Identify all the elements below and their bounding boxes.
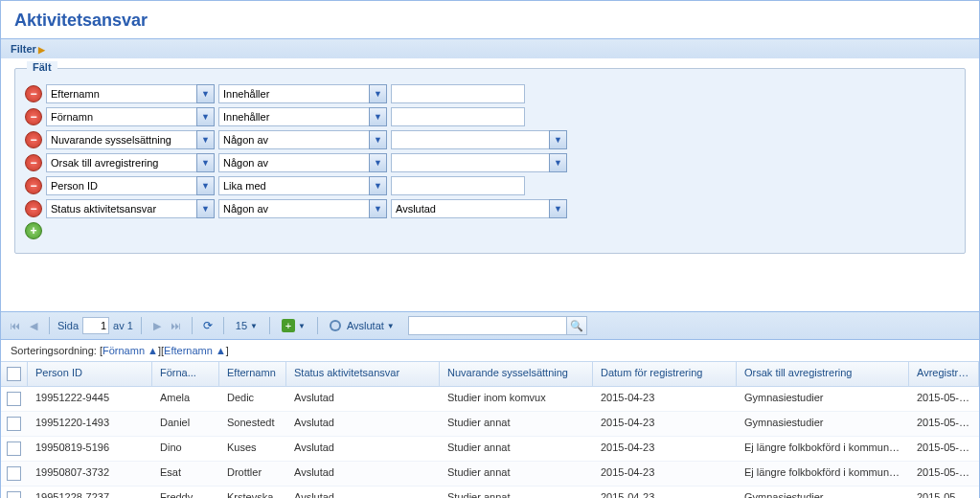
add-filter-button[interactable]: + [25, 222, 42, 239]
col-status[interactable]: Status aktivitetsansvar [286, 362, 440, 386]
dropdown-trigger[interactable]: ▼ [196, 84, 215, 103]
page-number-input[interactable] [82, 317, 109, 334]
dropdown-trigger[interactable]: ▼ [549, 153, 567, 172]
next-page-button[interactable]: ▶ [149, 318, 165, 333]
table-row[interactable]: 19950819-5196DinoKusesAvslutadStudier an… [1, 437, 979, 462]
remove-filter-button[interactable]: − [25, 200, 42, 217]
table-row[interactable]: 19951220-1493DanielSonestedtAvslutadStud… [1, 412, 979, 437]
remove-filter-button[interactable]: − [25, 177, 42, 194]
filter-value-input[interactable] [391, 84, 525, 103]
row-checkbox[interactable] [1, 487, 28, 498]
cell-fornamn: Freddy [152, 487, 219, 498]
per-page-dropdown[interactable]: 15▼ [232, 319, 262, 332]
remove-filter-button[interactable]: − [25, 131, 42, 148]
dropdown-trigger[interactable]: ▼ [196, 107, 215, 126]
cell-datum-reg: 2015-04-23 [593, 437, 737, 461]
grid-top-toolbar: ⏮ ◀ Sida av 1 ▶ ⏭ ⟳ 15▼ +▼ Avslutat ▼ 🔍 [1, 311, 979, 340]
dropdown-trigger[interactable]: ▼ [369, 84, 387, 103]
col-efternamn[interactable]: Efternamn [219, 362, 286, 386]
refresh-button[interactable]: ⟳ [200, 318, 216, 333]
table-row[interactable]: 19951228-7237FreddyKrstevskaAvslutadStud… [1, 487, 979, 498]
filter-operator-select[interactable] [218, 153, 369, 172]
filter-row: −▼▼▼ [25, 199, 955, 218]
dropdown-trigger[interactable]: ▼ [196, 153, 215, 172]
chevron-down-icon: ▼ [250, 322, 258, 330]
col-avreg-datum[interactable]: Avregistrerad datum [909, 362, 979, 386]
dropdown-trigger[interactable]: ▼ [549, 130, 567, 149]
cell-person-id: 19950819-5196 [28, 437, 152, 461]
filter-operator-select[interactable] [218, 176, 369, 195]
cell-efternamn: Kuses [219, 437, 286, 461]
dropdown-trigger[interactable]: ▼ [196, 199, 215, 218]
chevron-down-icon: ▼ [298, 322, 306, 330]
cell-sysselsattning: Studier annat [440, 462, 593, 486]
last-page-button[interactable]: ⏭ [169, 318, 184, 333]
cell-fornamn: Dino [152, 437, 219, 461]
row-checkbox[interactable] [1, 387, 28, 411]
cell-efternamn: Sonestedt [219, 412, 286, 436]
sort-field-1[interactable]: Förnamn ▲ [103, 345, 158, 356]
sort-prefix: Sorteringsordning: [ [11, 345, 103, 356]
dropdown-trigger[interactable]: ▼ [369, 199, 387, 218]
filter-label: Filter [11, 43, 36, 55]
cell-status: Avslutad [286, 462, 440, 486]
cell-sysselsattning: Studier annat [440, 487, 593, 498]
filter-field-select[interactable] [46, 107, 196, 126]
filter-row: −▼▼▼ [25, 130, 955, 149]
dropdown-trigger[interactable]: ▼ [369, 176, 387, 195]
dropdown-trigger[interactable]: ▼ [369, 153, 387, 172]
cell-avreg-datum: 2015-05-05 [909, 462, 979, 486]
row-checkbox[interactable] [1, 437, 28, 461]
filter-value-input[interactable] [391, 176, 525, 195]
filter-operator-select[interactable] [218, 107, 369, 126]
col-fornamn[interactable]: Förna... [152, 362, 219, 386]
cell-orsak: Gymnasiestudier [737, 387, 909, 411]
filter-row: −▼▼ [25, 107, 955, 126]
dropdown-trigger[interactable]: ▼ [196, 176, 215, 195]
search-button[interactable]: 🔍 [566, 316, 587, 335]
filter-panel-header[interactable]: Filter▶ [1, 38, 979, 58]
filter-value-select[interactable] [391, 153, 549, 172]
filter-operator-select[interactable] [218, 130, 369, 149]
cell-avreg-datum: 2015-05-05 [909, 412, 979, 436]
first-page-button[interactable]: ⏮ [7, 318, 22, 333]
row-checkbox[interactable] [1, 412, 28, 436]
filter-field-select[interactable] [46, 199, 196, 218]
select-all-checkbox[interactable] [1, 362, 28, 386]
col-orsak[interactable]: Orsak till avregistrering [737, 362, 909, 386]
page-label: Sida [57, 320, 79, 331]
filter-value-select[interactable] [391, 130, 549, 149]
filter-field-select[interactable] [46, 176, 196, 195]
col-datum-reg[interactable]: Datum för registrering [593, 362, 737, 386]
cell-datum-reg: 2015-04-23 [593, 387, 737, 411]
page-of-label: av 1 [113, 320, 133, 331]
filter-value-select[interactable] [391, 199, 549, 218]
cell-status: Avslutad [286, 487, 440, 498]
filter-fieldset: Fält −▼▼−▼▼−▼▼▼−▼▼▼−▼▼−▼▼▼+ [14, 68, 966, 254]
filter-field-select[interactable] [46, 84, 196, 103]
filter-operator-select[interactable] [218, 84, 369, 103]
table-row[interactable]: 19951222-9445AmelaDedicAvslutadStudier i… [1, 387, 979, 412]
filter-value-input[interactable] [391, 107, 525, 126]
remove-filter-button[interactable]: − [25, 154, 42, 171]
dropdown-trigger[interactable]: ▼ [369, 130, 387, 149]
col-sysselsattning[interactable]: Nuvarande sysselsättning [440, 362, 593, 386]
prev-page-button[interactable]: ◀ [26, 318, 41, 333]
filter-field-select[interactable] [46, 130, 196, 149]
dropdown-trigger[interactable]: ▼ [549, 199, 567, 218]
dropdown-trigger[interactable]: ▼ [369, 107, 387, 126]
remove-filter-button[interactable]: − [25, 108, 42, 125]
sort-order-bar: Sorteringsordning: [Förnamn ▲][Efternamn… [1, 340, 979, 361]
col-person-id[interactable]: Person ID [28, 362, 152, 386]
filter-operator-select[interactable] [218, 199, 369, 218]
row-checkbox[interactable] [1, 462, 28, 486]
dropdown-trigger[interactable]: ▼ [196, 130, 215, 149]
remove-filter-button[interactable]: − [25, 85, 42, 102]
search-input[interactable] [408, 316, 566, 335]
add-button[interactable]: +▼ [278, 318, 309, 333]
status-filter-dropdown[interactable]: Avslutat ▼ [326, 319, 399, 332]
table-row[interactable]: 19950807-3732EsatDrottlerAvslutadStudier… [1, 462, 979, 487]
chevron-down-icon: ▼ [387, 322, 395, 330]
sort-field-2[interactable]: Efternamn ▲ [164, 345, 226, 356]
filter-field-select[interactable] [46, 153, 196, 172]
